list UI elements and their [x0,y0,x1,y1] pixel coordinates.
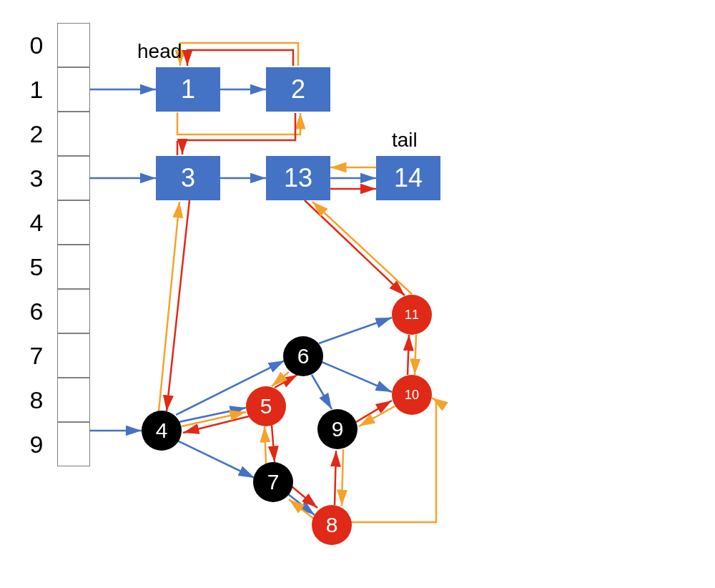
bucket-5 [57,245,90,289]
svg-line-24 [287,494,315,515]
tree-node-6: 6 [283,336,323,376]
index-label-1: 1 [20,67,53,112]
bucket-8 [57,378,90,422]
svg-line-8 [167,200,189,411]
bucket-7 [57,333,90,378]
svg-line-16 [182,412,246,426]
index-label-0: 0 [20,23,53,67]
svg-line-23 [319,318,392,343]
bucket-4 [57,200,90,245]
tree-node-8: 8 [312,505,352,545]
edges-layer [0,0,715,588]
svg-line-30 [359,406,395,426]
svg-line-31 [408,335,409,375]
list-node-14: 14 [376,156,440,200]
index-label-6: 6 [20,289,53,333]
svg-line-22 [322,362,392,392]
head-label: head [137,40,182,63]
bucket-9 [57,422,90,466]
tree-node-5: 5 [246,386,286,426]
svg-line-10 [305,200,405,295]
svg-line-29 [356,401,392,422]
list-node-1: 1 [156,67,220,112]
svg-line-14 [177,441,255,478]
svg-line-9 [159,202,179,411]
bucket-3 [57,156,90,200]
bucket-1 [57,67,90,112]
svg-line-28 [342,449,343,506]
list-node-3: 3 [156,156,220,200]
svg-line-27 [335,451,336,505]
index-label-7: 7 [20,333,53,378]
svg-line-15 [183,416,249,433]
index-label-8: 8 [20,378,53,422]
list-node-2: 2 [266,67,330,112]
index-label-5: 5 [20,245,53,289]
svg-line-25 [292,486,317,508]
tail-label: tail [392,129,418,152]
tree-node-4: 4 [142,411,182,451]
svg-line-19 [272,425,275,462]
svg-line-12 [179,408,246,422]
svg-line-21 [312,375,332,409]
bucket-6 [57,289,90,333]
tree-node-9: 9 [317,409,358,449]
svg-line-17 [275,375,297,388]
svg-line-11 [312,202,412,294]
diagram-canvas: { "annotations": { "head": "head", "tail… [0,0,715,588]
index-label-3: 3 [20,156,53,200]
index-label-4: 4 [20,200,53,245]
tree-node-10: 10 [392,375,432,415]
index-label-9: 9 [20,422,53,466]
list-node-13: 13 [266,156,330,200]
bucket-2 [57,112,90,156]
svg-line-26 [289,499,315,519]
index-label-2: 2 [20,112,53,156]
svg-line-20 [265,426,266,464]
svg-line-18 [272,372,289,386]
svg-line-32 [415,335,416,375]
tree-node-11: 11 [392,295,432,335]
bucket-0 [57,23,90,67]
tree-node-7: 7 [253,462,293,502]
